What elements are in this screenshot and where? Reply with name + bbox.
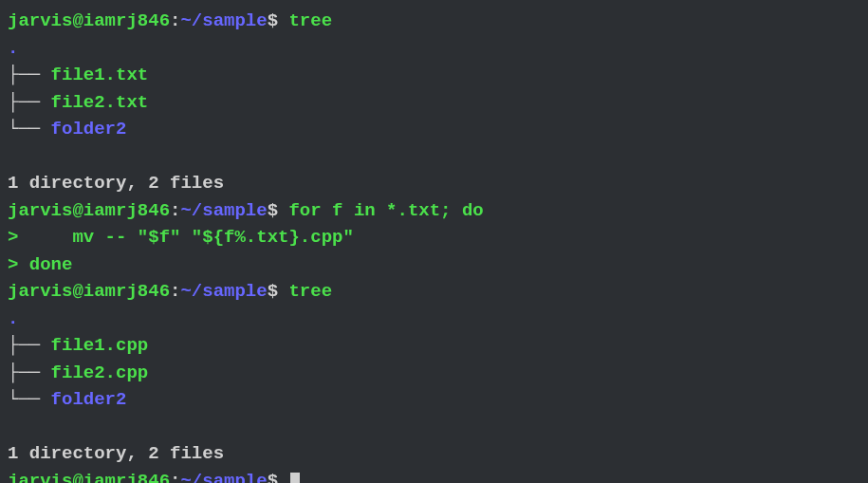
- prompt-user: jarvis@iamrj846: [8, 471, 170, 484]
- terminal-line: jarvis@iamrj846:~/sample$ for f in *.txt…: [8, 197, 860, 225]
- terminal-line: [8, 143, 860, 171]
- prompt-dollar: $: [268, 200, 289, 221]
- terminal-line: ├── file1.cpp: [8, 332, 860, 360]
- tree-root-dot: .: [8, 308, 18, 329]
- terminal-line: .: [8, 306, 860, 333]
- terminal-line: > mv -- "$f" "${f%.txt}.cpp": [8, 224, 860, 251]
- prompt-colon: :: [170, 281, 180, 302]
- tree-file-name: file1.txt: [51, 65, 149, 85]
- prompt-dollar: $: [268, 10, 289, 31]
- terminal-line: └── folder2: [8, 116, 860, 143]
- tree-branch-glyph: ├──: [8, 335, 51, 356]
- prompt-path: ~/sample: [180, 10, 267, 31]
- command-text: tree: [288, 10, 332, 31]
- terminal-line: ├── file2.cpp: [8, 360, 860, 387]
- terminal-line: jarvis@iamrj846:~/sample$ tree: [8, 8, 860, 35]
- continuation-line: > done: [8, 254, 72, 275]
- tree-root-dot: .: [8, 38, 18, 59]
- tree-summary: 1 directory, 2 files: [8, 443, 224, 464]
- tree-file-name: file2.txt: [51, 92, 149, 113]
- terminal-line: .: [8, 35, 860, 63]
- prompt-path: ~/sample: [180, 281, 267, 302]
- terminal-line: jarvis@iamrj846:~/sample$ tree: [8, 278, 860, 306]
- terminal-line: jarvis@iamrj846:~/sample$: [8, 468, 860, 484]
- tree-branch-glyph: ├──: [8, 65, 51, 85]
- tree-branch-glyph: └──: [8, 389, 51, 410]
- prompt-user: jarvis@iamrj846: [8, 10, 170, 31]
- command-text: for f in *.txt; do: [288, 200, 483, 221]
- prompt-path: ~/sample: [180, 200, 267, 221]
- continuation-line: > mv -- "$f" "${f%.txt}.cpp": [8, 227, 354, 248]
- prompt-colon: :: [170, 471, 180, 484]
- tree-summary: 1 directory, 2 files: [8, 173, 224, 194]
- terminal-line: > done: [8, 251, 860, 279]
- prompt-colon: :: [170, 200, 180, 221]
- prompt-path: ~/sample: [180, 471, 267, 484]
- terminal-output[interactable]: jarvis@iamrj846:~/sample$ tree.├── file1…: [8, 8, 860, 483]
- tree-branch-glyph: └──: [8, 119, 51, 139]
- command-text: tree: [288, 281, 332, 302]
- terminal-line: ├── file1.txt: [8, 62, 860, 89]
- terminal-line: ├── file2.txt: [8, 89, 860, 117]
- terminal-line: └── folder2: [8, 386, 860, 414]
- cursor: [290, 473, 300, 484]
- tree-file-name: file2.cpp: [51, 362, 149, 383]
- prompt-dollar: $: [268, 281, 289, 302]
- prompt-dollar: $: [268, 471, 289, 484]
- prompt-colon: :: [170, 10, 180, 31]
- terminal-line: 1 directory, 2 files: [8, 170, 860, 197]
- prompt-user: jarvis@iamrj846: [8, 200, 170, 221]
- tree-branch-glyph: ├──: [8, 92, 51, 113]
- tree-folder-name: folder2: [51, 119, 127, 139]
- tree-branch-glyph: ├──: [8, 362, 51, 383]
- terminal-line: [8, 414, 860, 441]
- tree-folder-name: folder2: [51, 389, 127, 410]
- prompt-user: jarvis@iamrj846: [8, 281, 170, 302]
- terminal-line: 1 directory, 2 files: [8, 440, 860, 468]
- tree-file-name: file1.cpp: [51, 335, 149, 356]
